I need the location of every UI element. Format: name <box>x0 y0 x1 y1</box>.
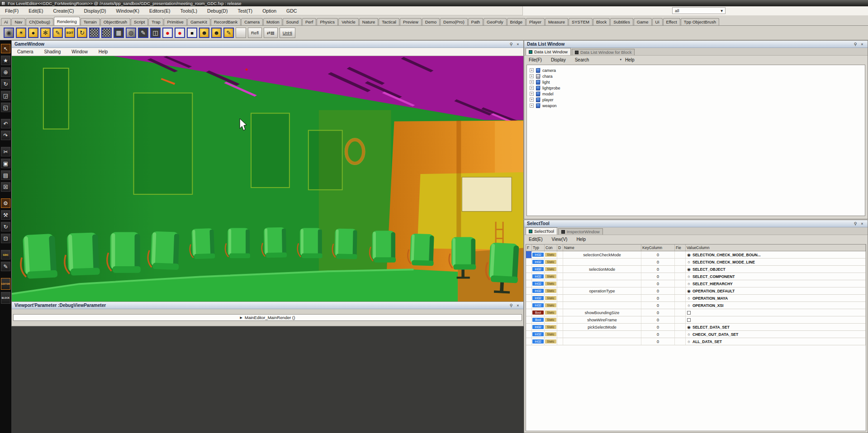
value-cell[interactable] <box>686 316 866 323</box>
record-icon[interactable]: ● <box>162 28 173 38</box>
redo-button[interactable]: ↷ <box>1 131 10 140</box>
panel-tab[interactable]: InspectorWindow <box>558 228 603 235</box>
fan-icon[interactable]: ✻ <box>40 28 51 38</box>
table-row[interactable]: Int32 Static 0 ○ SELECT_HIERARCHY <box>526 280 866 287</box>
value-cell[interactable]: ○ ALL_DATA_SET <box>686 338 866 345</box>
menu-item[interactable]: Search <box>570 57 594 62</box>
menu-item[interactable]: Camera <box>12 49 39 54</box>
menu-item[interactable]: Help <box>572 237 590 242</box>
expand-plus-icon[interactable] <box>530 68 534 72</box>
edit-mode-icon[interactable]: EDIT <box>65 28 75 38</box>
stop-icon[interactable]: ■ <box>187 28 197 38</box>
select-arrow-tool[interactable]: ↖ <box>1 44 10 53</box>
tree-item[interactable]: chara <box>528 73 864 79</box>
value-cell[interactable]: ○ OPERATION_XSI <box>686 302 866 309</box>
sun-icon[interactable]: ☀ <box>16 28 26 38</box>
table-row[interactable]: Int32 Static 0 ○ CHECK_OUT_DATA_SET <box>526 331 866 338</box>
value-cell[interactable]: ◉ SELECTION_CHECK_MODE_BOUN... <box>686 251 866 258</box>
table-row[interactable]: Int32 Static selectionMode 0 ◉ SELECT_OB… <box>526 266 866 273</box>
close-icon[interactable]: × <box>515 303 521 308</box>
value-cell[interactable]: ○ CHECK_OUT_DATA_SET <box>686 331 866 338</box>
camera-icon[interactable]: ◉ <box>4 28 14 38</box>
radio-icon[interactable]: ○ <box>687 282 691 286</box>
block-badge[interactable]: BLOCK <box>1 292 10 304</box>
editor-tab[interactable]: Primitive <box>164 18 186 25</box>
editor-tab[interactable]: Script <box>131 18 148 25</box>
menu-item[interactable]: Display <box>546 57 570 62</box>
editor-badge[interactable]: EDITOR <box>1 278 10 290</box>
window-grid-icon[interactable]: ◫ <box>150 28 161 38</box>
menu-item-help[interactable]: Help <box>621 57 638 62</box>
filter-dropdown[interactable]: all ▾ <box>672 7 726 14</box>
editor-tab[interactable]: Nav <box>11 18 25 25</box>
editor-tab[interactable]: Effect <box>663 18 680 25</box>
editor-tab[interactable]: RecordBank <box>211 18 241 25</box>
value-cell[interactable]: ◉ OPERATION_DEFAULT <box>686 287 866 294</box>
table-row[interactable]: Int32 Static 0 ○ OPERATION_MAYA <box>526 295 866 302</box>
table-row[interactable]: Bool Static showWireFrame 0 <box>526 316 866 324</box>
editor-tab[interactable]: Bridge <box>507 18 526 25</box>
editor-tab[interactable]: Path <box>468 18 484 25</box>
expand-plus-icon[interactable] <box>530 86 534 90</box>
pencil-icon[interactable]: ✎ <box>52 28 63 38</box>
pencil2-icon[interactable]: ✎ <box>223 28 234 38</box>
editor-tab[interactable]: Preview <box>400 18 422 25</box>
radio-icon[interactable]: ○ <box>687 303 691 308</box>
unhide-button[interactable]: UnHi <box>280 28 295 38</box>
paste-button[interactable]: ▤ <box>1 170 10 180</box>
value-cell[interactable] <box>686 309 866 316</box>
radio-icon[interactable]: ◉ <box>687 253 691 257</box>
editor-tab[interactable]: Perf <box>302 18 316 25</box>
editor-tab[interactable]: Trap <box>148 18 163 25</box>
pin-icon[interactable]: ⚲ <box>508 42 514 47</box>
blank-tool-icon[interactable] <box>236 28 246 38</box>
tree-item[interactable]: weapon <box>528 103 864 108</box>
radio-icon[interactable]: ○ <box>687 274 691 279</box>
editor-tab[interactable]: GeoPoly <box>484 18 506 25</box>
pin-icon[interactable]: ⚲ <box>853 42 858 47</box>
focus-frame-tool[interactable]: ⊡ <box>1 234 10 243</box>
editor-tab[interactable]: ObjectBrush <box>100 18 130 25</box>
editor-tab[interactable]: Game <box>634 18 652 25</box>
move-tool-icon[interactable]: ⊕ <box>1 67 10 77</box>
rotate-tool-icon[interactable]: ↻ <box>1 79 10 89</box>
panel-tab[interactable]: Data List Window for Block <box>572 49 635 55</box>
value-cell[interactable]: ◉ SELECT_OBJECT <box>686 266 866 273</box>
editor-tab[interactable]: Measure <box>545 18 568 25</box>
menu-item[interactable]: Tools(L) <box>175 6 202 15</box>
expand-plus-icon[interactable] <box>530 104 534 108</box>
table-row[interactable]: Int32 Static selectionCheckMode 0 ◉ SELE… <box>526 251 866 259</box>
star-tool[interactable]: ★ <box>1 56 10 65</box>
tree-item[interactable]: lightprobe <box>528 85 864 91</box>
pin-icon[interactable]: ⚲ <box>853 221 858 226</box>
menu-item[interactable]: Shading <box>39 49 66 54</box>
grid-icon[interactable]: ▦ <box>114 28 124 38</box>
menu-item[interactable]: File(F) <box>0 6 24 15</box>
dither-pattern2-icon[interactable] <box>101 28 112 38</box>
editor-tab[interactable]: SYSTEM <box>569 18 593 25</box>
scale-all-tool-icon[interactable]: ◱ <box>1 103 10 112</box>
radio-icon[interactable]: ○ <box>687 260 691 264</box>
table-row[interactable]: Int32 Static 0 ○ ALL_DATA_SET <box>526 338 866 345</box>
table-row[interactable]: Int32 Static 0 ○ SELECT_COMPONENT <box>526 273 866 280</box>
panel-tab[interactable]: SelectTool <box>526 227 557 235</box>
menu-item[interactable]: Test(T) <box>232 6 257 15</box>
editor-tab[interactable]: Tpp ObjectBrush <box>681 18 719 25</box>
menu-item[interactable]: Option <box>257 6 281 15</box>
menu-item[interactable]: GDC <box>281 6 302 15</box>
radio-icon[interactable]: ○ <box>687 332 691 337</box>
editor-tab[interactable]: GameKit <box>187 18 210 25</box>
menu-item[interactable]: Help <box>93 49 114 54</box>
value-cell[interactable]: ◉ SELECT_DATA_SET <box>686 324 866 330</box>
sync-tool[interactable]: ↻ <box>1 222 10 231</box>
editor-tab[interactable]: Ui <box>652 18 663 25</box>
editor-tab[interactable]: Player <box>526 18 545 25</box>
editor-tab[interactable]: Motion <box>263 18 283 25</box>
table-row[interactable]: Bool Static showBoundingSize 0 <box>526 309 866 316</box>
editor-tab[interactable]: Ch(Debug) <box>26 18 53 25</box>
radio-icon[interactable] <box>687 311 691 315</box>
wrench-tool[interactable]: ⚒ <box>1 210 10 220</box>
tree-item[interactable]: light <box>528 79 864 85</box>
editor-tab[interactable]: Sound <box>283 18 301 25</box>
pin-icon[interactable]: ⚲ <box>508 303 514 308</box>
